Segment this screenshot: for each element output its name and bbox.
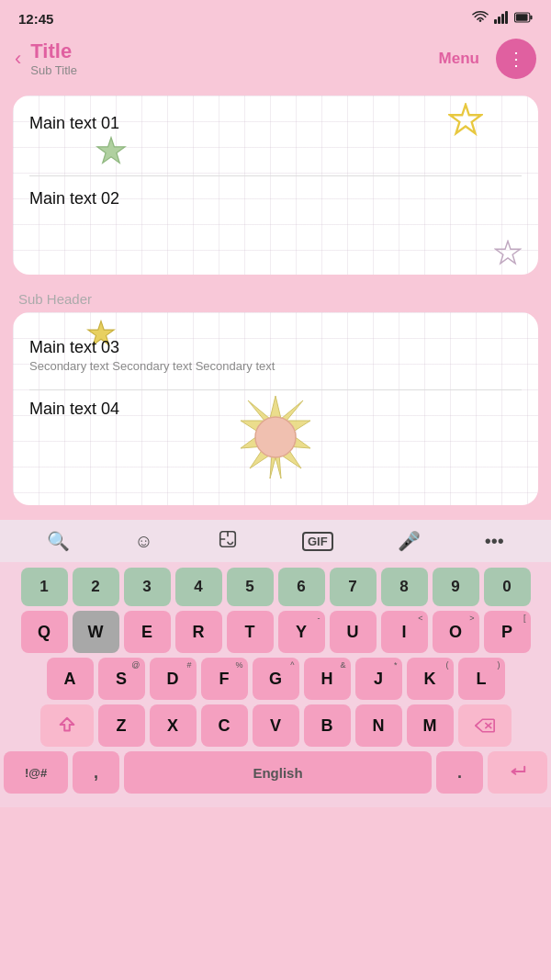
key-u[interactable]: U bbox=[330, 611, 377, 653]
key-q[interactable]: Q bbox=[21, 611, 68, 653]
key-f[interactable]: %F bbox=[201, 658, 248, 700]
app-subtitle: Sub Title bbox=[30, 63, 429, 77]
key-c[interactable]: C bbox=[201, 704, 248, 747]
key-y[interactable]: -Y bbox=[278, 611, 325, 653]
key-8[interactable]: 8 bbox=[381, 568, 428, 606]
key-j[interactable]: *J bbox=[355, 658, 402, 700]
gif-icon[interactable]: GIF bbox=[302, 532, 333, 551]
mic-icon[interactable]: 🎤 bbox=[398, 530, 421, 552]
secondary-text-03: Secondary text Secondary text Secondary … bbox=[29, 359, 522, 373]
key-7[interactable]: 7 bbox=[330, 568, 377, 606]
svg-rect-2 bbox=[501, 14, 504, 24]
qwerty-row: Q W E R T -Y U <I >O [P bbox=[4, 611, 547, 653]
svg-rect-0 bbox=[494, 19, 497, 24]
content-area: Main text 01 Main text 02 Sub Header bbox=[0, 88, 551, 520]
sub-header: Sub Header bbox=[13, 284, 538, 312]
key-5[interactable]: 5 bbox=[227, 568, 274, 606]
key-h[interactable]: &H bbox=[304, 658, 351, 700]
key-k[interactable]: (K bbox=[407, 658, 454, 700]
backspace-key[interactable] bbox=[458, 704, 512, 747]
key-4[interactable]: 4 bbox=[175, 568, 222, 606]
key-1[interactable]: 1 bbox=[21, 568, 68, 606]
keyboard: 1 2 3 4 5 6 7 8 9 0 Q W E R T -Y U <I >O… bbox=[0, 562, 551, 807]
star-deco-gray bbox=[494, 240, 522, 269]
bottom-row: !@# , English . bbox=[4, 751, 547, 794]
app-title: Title bbox=[30, 40, 429, 62]
list-item-3[interactable]: Main text 03 Secondary text Secondary te… bbox=[13, 312, 538, 382]
list-card-1: Main text 01 Main text 02 bbox=[13, 96, 538, 275]
key-s[interactable]: @S bbox=[98, 658, 145, 700]
key-l[interactable]: )L bbox=[458, 658, 505, 700]
key-2[interactable]: 2 bbox=[73, 568, 119, 606]
space-key[interactable]: English bbox=[124, 751, 432, 794]
list-card-2: Main text 03 Secondary text Secondary te… bbox=[13, 312, 538, 505]
symbols-key[interactable]: !@# bbox=[4, 751, 68, 794]
svg-rect-1 bbox=[498, 17, 500, 24]
key-m[interactable]: M bbox=[407, 704, 454, 747]
emoji-icon[interactable]: ☺ bbox=[134, 531, 152, 552]
key-d[interactable]: #D bbox=[150, 658, 197, 700]
status-time: 12:45 bbox=[18, 11, 53, 27]
list-item-4[interactable]: Main text 04 bbox=[13, 390, 538, 428]
svg-rect-5 bbox=[516, 14, 528, 20]
key-6[interactable]: 6 bbox=[278, 568, 325, 606]
star-deco-green bbox=[96, 136, 127, 169]
key-3[interactable]: 3 bbox=[124, 568, 171, 606]
svg-marker-9 bbox=[496, 241, 521, 263]
wifi-icon bbox=[472, 11, 489, 27]
menu-label[interactable]: Menu bbox=[439, 50, 479, 68]
key-e[interactable]: E bbox=[124, 611, 171, 653]
main-text-03: Main text 03 bbox=[29, 338, 522, 357]
key-9[interactable]: 9 bbox=[433, 568, 479, 606]
search-toolbar-icon[interactable]: 🔍 bbox=[47, 530, 70, 552]
key-x[interactable]: X bbox=[150, 704, 197, 747]
key-o[interactable]: >O bbox=[433, 611, 479, 653]
zxcvb-row: Z X C V B N M bbox=[4, 704, 547, 747]
dots-icon: ⋮ bbox=[507, 50, 526, 68]
key-w[interactable]: W bbox=[73, 611, 119, 653]
number-row: 1 2 3 4 5 6 7 8 9 0 bbox=[4, 568, 547, 606]
key-z[interactable]: Z bbox=[98, 704, 145, 747]
key-t[interactable]: T bbox=[227, 611, 274, 653]
status-icons bbox=[472, 11, 533, 27]
comma-key[interactable]: , bbox=[73, 751, 119, 794]
key-0[interactable]: 0 bbox=[484, 568, 531, 606]
list-item-2[interactable]: Main text 02 bbox=[13, 176, 538, 218]
shift-key[interactable] bbox=[40, 704, 94, 747]
signal-icon bbox=[494, 11, 509, 27]
period-key[interactable]: . bbox=[436, 751, 483, 794]
asdfg-row: A @S #D %F ^G &H *J (K )L bbox=[4, 658, 547, 700]
main-text-04: Main text 04 bbox=[29, 400, 522, 419]
battery-icon bbox=[514, 12, 533, 26]
svg-marker-8 bbox=[97, 138, 125, 163]
key-p[interactable]: [P bbox=[484, 611, 531, 653]
main-text-02: Main text 02 bbox=[29, 189, 522, 208]
sticker-icon[interactable] bbox=[218, 529, 238, 554]
key-n[interactable]: N bbox=[355, 704, 402, 747]
top-bar: ‹ Title Sub Title Menu ⋮ bbox=[0, 33, 551, 88]
menu-dots-button[interactable]: ⋮ bbox=[496, 39, 536, 79]
enter-key[interactable] bbox=[488, 751, 547, 794]
main-text-01: Main text 01 bbox=[29, 114, 522, 133]
key-r[interactable]: R bbox=[175, 611, 222, 653]
key-i[interactable]: <I bbox=[381, 611, 428, 653]
key-v[interactable]: V bbox=[253, 704, 299, 747]
svg-rect-3 bbox=[505, 11, 508, 24]
list-item-1[interactable]: Main text 01 bbox=[13, 96, 538, 142]
title-group: Title Sub Title bbox=[30, 40, 429, 76]
keyboard-toolbar: 🔍 ☺ GIF 🎤 ••• bbox=[0, 520, 551, 562]
more-icon[interactable]: ••• bbox=[485, 531, 504, 552]
key-a[interactable]: A bbox=[47, 658, 94, 700]
status-bar: 12:45 bbox=[0, 0, 551, 33]
key-b[interactable]: B bbox=[304, 704, 351, 747]
key-g[interactable]: ^G bbox=[253, 658, 299, 700]
back-button[interactable]: ‹ bbox=[15, 49, 21, 69]
svg-rect-6 bbox=[530, 15, 532, 19]
